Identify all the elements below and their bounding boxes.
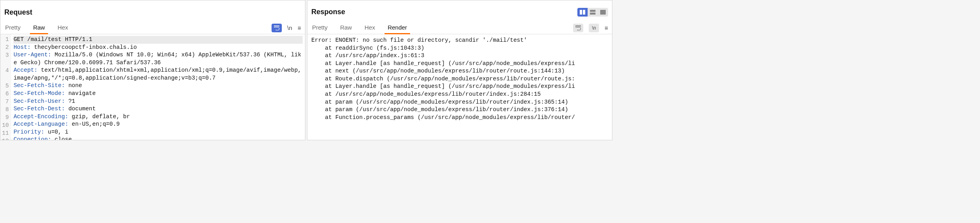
header-key: Sec-Fetch-Mode: [13,90,65,97]
request-pane: Request Pretty Raw Hex \n ≡ 123456789101… [0,0,305,140]
response-tabs: Pretty Raw Hex Render \n ≡ [307,22,612,34]
header-value: close [51,136,72,140]
code-line[interactable]: Accept-Language: en-US,en;q=0.9 [13,121,303,128]
layout-toggle [577,8,608,17]
header-key: Sec-Fetch-Site: [13,82,65,89]
response-tab-actions: \n ≡ [573,24,608,32]
single-icon [600,10,606,15]
tab-render-resp[interactable]: Render [387,22,408,34]
request-menu-button[interactable]: ≡ [298,24,301,31]
header-key: Sec-Fetch-User: [13,98,65,104]
response-tab-list: Pretty Raw Hex Render [311,22,408,34]
header-key: Accept: [13,67,37,73]
code-line[interactable]: Accept-Encoding: gzip, deflate, br [13,113,303,121]
code-line[interactable]: Priority: u=0, i [13,128,303,136]
line-number: 9 [2,114,9,122]
header-value: GET /mail/test HTTP/1.1 [13,36,92,43]
wrap-icon [274,26,279,30]
tab-hex-resp[interactable]: Hex [364,22,376,34]
header-key: Host: [13,44,31,50]
request-title: Request [4,8,32,17]
line-number: 3 [2,52,9,67]
svg-rect-2 [590,10,595,12]
header-value: none [65,82,82,89]
svg-rect-0 [580,10,582,15]
svg-rect-4 [600,10,606,15]
svg-rect-3 [590,13,595,15]
line-number: 5 [2,82,9,90]
header-key: User-Agent: [13,52,51,58]
columns-icon [580,10,585,15]
code-line[interactable]: Accept: text/html,application/xhtml+xml,… [13,67,303,82]
header-value: navigate [65,90,96,97]
response-body[interactable]: Error: ENOENT: no such file or directory… [307,34,612,140]
line-number: 4 [2,67,9,82]
header-value: ?1 [65,98,75,104]
line-number: 2 [2,44,9,52]
tab-pretty-resp[interactable]: Pretty [311,22,328,34]
tab-raw-resp[interactable]: Raw [339,22,353,34]
response-menu-button[interactable]: ≡ [605,24,608,31]
newline-icon: \n [592,25,596,31]
header-value: document [65,106,96,112]
line-number: 10 [2,122,9,130]
request-tab-list: Pretty Raw Hex [4,22,69,34]
header-key: Accept-Language: [13,121,68,127]
request-gutter: 12345678910111213 [0,34,11,140]
line-number: 11 [2,130,9,138]
newline-toggle[interactable]: \n [287,24,292,31]
code-line[interactable]: User-Agent: Mozilla/5.0 (Windows NT 10.0… [13,51,303,67]
line-number: 1 [2,36,9,44]
wrap-lines-button[interactable] [272,24,282,32]
line-number: 8 [2,106,9,114]
request-tabs: Pretty Raw Hex \n ≡ [0,22,305,34]
line-number: 12 [2,138,9,140]
code-line[interactable]: Host: thecybercoopctf-inbox.chals.io [13,44,303,52]
response-header: Response [307,0,612,22]
code-line[interactable]: Sec-Fetch-Mode: navigate [13,90,303,98]
tab-raw[interactable]: Raw [32,22,46,34]
request-header: Request [0,0,305,22]
code-line[interactable]: Sec-Fetch-Dest: document [13,105,303,113]
header-value: u=0, i [44,129,68,135]
layout-rows-button[interactable] [588,8,598,17]
header-key: Accept-Encoding: [13,113,68,120]
rows-icon [590,10,595,15]
header-value: gzip, deflate, br [68,113,130,120]
layout-single-button[interactable] [598,8,608,17]
code-line[interactable]: Sec-Fetch-User: ?1 [13,98,303,106]
code-line[interactable]: Sec-Fetch-Site: none [13,82,303,90]
tab-pretty[interactable]: Pretty [4,22,21,34]
svg-rect-1 [583,10,585,15]
request-editor[interactable]: 12345678910111213 GET /mail/test HTTP/1.… [0,34,305,140]
request-code[interactable]: GET /mail/test HTTP/1.1Host: thecybercoo… [11,34,305,140]
line-number: 6 [2,90,9,98]
header-value: en-US,en;q=0.9 [68,121,120,127]
layout-columns-button[interactable] [577,8,588,17]
response-wrap-button[interactable] [573,24,583,32]
response-newline-button[interactable]: \n [589,24,599,32]
header-value: Mozilla/5.0 (Windows NT 10.0; Win64; x64… [13,52,301,66]
tab-hex[interactable]: Hex [57,22,69,34]
line-number: 7 [2,98,9,106]
header-key: Priority: [13,129,44,135]
code-line[interactable]: GET /mail/test HTTP/1.1 [13,36,303,44]
header-value: thecybercoopctf-inbox.chals.io [31,44,137,50]
header-value: text/html,application/xhtml+xml,applicat… [13,67,301,81]
wrap-icon [575,26,581,30]
header-key: Sec-Fetch-Dest: [13,106,65,112]
response-pane: Response Pretty Raw Hex [307,0,612,140]
code-line[interactable]: Connection: close [13,136,303,140]
header-key: Connection: [13,136,51,140]
response-title: Response [311,8,345,16]
request-tab-actions: \n ≡ [272,24,301,32]
response-layout-controls [577,8,608,17]
